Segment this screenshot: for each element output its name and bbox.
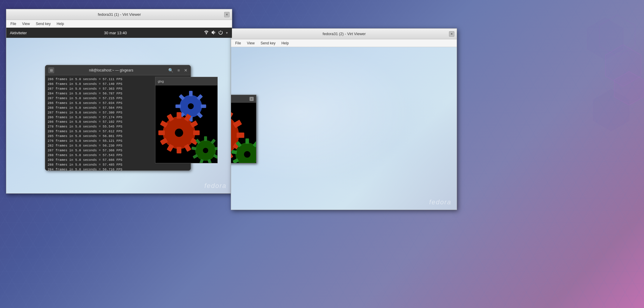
window2-glxgears-popup: gears × [231, 95, 256, 163]
window1-fedora-watermark: fedora [205, 182, 227, 190]
window2-titlebar: fedora31 (2) - Virt Viewer × [231, 29, 457, 39]
window1-glxgears-title: glxg [158, 80, 164, 83]
window2-gears-popup-titlebar: gears × [231, 95, 256, 103]
window1-menu-sendkey[interactable]: Send key [33, 21, 53, 27]
virt-viewer-window-2: fedora31 (2) - Virt Viewer × File View S… [231, 28, 457, 210]
svg-rect-48 [237, 133, 244, 138]
window1-glxgears-content [155, 85, 217, 163]
terminal-search-button[interactable]: 🔍 [168, 68, 173, 73]
svg-rect-39 [191, 147, 197, 150]
desktop: fedora31 (1) - Virt Viewer × File View S… [0, 0, 644, 308]
desktop-hex-decoration [468, 0, 644, 308]
window1-menu-view[interactable]: View [20, 21, 32, 27]
window1-topbar: Aktiviteter 30 mar 13:40 [6, 28, 232, 38]
svg-rect-16 [177, 112, 181, 119]
terminal-line: 288 frames in 5.0 seconds = 57.485 FPS [48, 163, 188, 167]
window1-aktiviteter-label[interactable]: Aktiviteter [10, 31, 27, 35]
window2-gears-content [231, 103, 256, 163]
svg-rect-3 [189, 91, 193, 96]
window2-menu-file[interactable]: File [233, 41, 243, 46]
svg-rect-61 [245, 139, 249, 144]
power-icon [218, 30, 223, 36]
terminal-line: 284 frames in 5.0 seconds = 56.716 FPS [48, 167, 188, 170]
window2-fedora-desktop: gears × [231, 47, 457, 210]
window2-menu-help[interactable]: Help [279, 41, 291, 46]
topbar-arrow-icon: ▼ [225, 31, 228, 35]
window1-menubar: File View Send key Help [6, 20, 232, 28]
svg-rect-32 [204, 136, 207, 141]
window1-glxgears-window: glxg [155, 77, 218, 163]
window2-menu-sendkey[interactable]: Send key [258, 41, 278, 46]
svg-point-13 [188, 103, 194, 109]
window1-close-button[interactable]: × [224, 12, 230, 17]
terminal-menu-button[interactable]: ≡ [177, 68, 180, 73]
svg-rect-22 [177, 147, 181, 153]
window2-fedora-watermark: fedora [429, 198, 451, 206]
terminal-titlebar: ▤ nili@localhost:~ — glxgears 🔍 ≡ ✕ [45, 65, 191, 75]
window1-glxgears-titlebar: glxg [155, 77, 217, 85]
window2-menubar: File View Send key Help [231, 39, 457, 47]
window1-titlebar: fedora31 (1) - Virt Viewer × [6, 9, 232, 20]
virt-viewer-window-1: fedora31 (1) - Virt Viewer × File View S… [6, 9, 232, 194]
terminal-close-button[interactable]: ✕ [184, 68, 188, 73]
window1-topbar-icons: ▼ [204, 30, 228, 36]
svg-rect-46 [231, 111, 233, 120]
window2-menu-view[interactable]: View [244, 41, 257, 46]
window1-clock: 30 mar 13:40 [104, 31, 127, 35]
svg-point-29 [175, 129, 183, 137]
svg-rect-6 [201, 105, 206, 108]
svg-point-71 [244, 151, 250, 158]
window1-title: fedora31 (1) - Virt Viewer [15, 12, 224, 17]
svg-point-0 [206, 33, 207, 34]
svg-rect-25 [158, 130, 165, 135]
window2-title: fedora31 (2) - Virt Viewer [239, 32, 449, 36]
svg-rect-10 [175, 105, 181, 108]
window2-close-button[interactable]: × [449, 31, 454, 37]
network-icon [204, 30, 209, 36]
window2-gears-close-button[interactable]: × [250, 97, 254, 101]
volume-icon [211, 30, 216, 36]
terminal-title: nili@localhost:~ — glxgears [57, 68, 166, 72]
window1-menu-file[interactable]: File [8, 21, 18, 27]
window1-menu-help[interactable]: Help [54, 21, 66, 27]
window1-fedora-desktop: Aktiviteter 30 mar 13:40 [6, 28, 232, 193]
terminal-icon: ▤ [48, 67, 54, 73]
svg-rect-19 [193, 130, 200, 135]
svg-point-42 [203, 148, 208, 153]
